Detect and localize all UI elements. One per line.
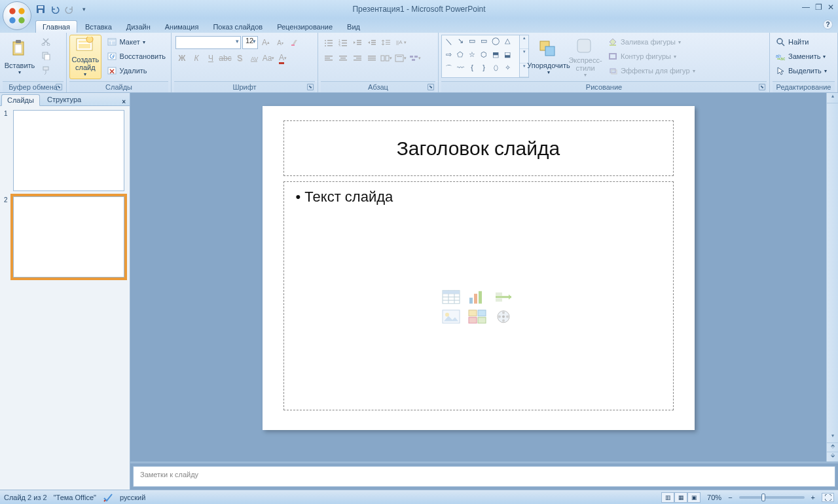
shadow-text-icon[interactable]: S (233, 52, 246, 65)
help-button[interactable]: ? (823, 20, 833, 29)
svg-rect-52 (339, 56, 347, 57)
svg-rect-22 (112, 41, 115, 45)
increase-indent-icon[interactable] (365, 36, 378, 49)
italic-icon[interactable]: К (190, 52, 203, 65)
maximize-button[interactable]: ❐ (815, 3, 822, 12)
numbering-icon[interactable]: 123 (337, 36, 350, 49)
cut-icon[interactable] (39, 35, 52, 48)
align-left-icon[interactable] (322, 52, 335, 65)
slide-thumbnail-2[interactable]: 2 (4, 196, 126, 278)
svg-point-94 (506, 315, 509, 318)
change-case-icon[interactable]: Aa▾ (262, 52, 275, 65)
layout-button[interactable]: Макет ▾ (104, 35, 168, 49)
shape-fill-button[interactable]: Заливка фигуры ▾ (605, 35, 698, 49)
grow-font-icon[interactable]: A▴ (259, 36, 272, 49)
slideshow-view-button[interactable]: ▣ (687, 492, 701, 503)
align-center-icon[interactable] (337, 52, 350, 65)
normal-view-button[interactable]: ▥ (661, 492, 674, 503)
insert-clipart-icon (467, 308, 488, 325)
slide-thumbnail-1[interactable]: 1 (4, 110, 126, 191)
group-clipboard-label: Буфер обмена⬊ (3, 81, 64, 92)
zoom-slider[interactable] (739, 496, 805, 499)
title-placeholder[interactable]: Заголовок слайда (283, 120, 674, 176)
svg-rect-21 (109, 41, 111, 45)
underline-icon[interactable]: Ч (204, 52, 217, 65)
justify-icon[interactable] (365, 52, 378, 65)
quick-styles-button[interactable]: Экспресс-стили▾ (568, 35, 602, 79)
bold-icon[interactable]: Ж (175, 52, 189, 65)
shape-effects-button[interactable]: Эффекты для фигур ▾ (605, 63, 698, 78)
paste-button[interactable]: Вставить▾ (3, 35, 37, 79)
svg-rect-89 (469, 317, 477, 323)
notes-splitter[interactable] (130, 461, 838, 463)
qat-dropdown-icon[interactable]: ▾ (79, 4, 89, 14)
tab-slideshow[interactable]: Показ слайдов (206, 21, 269, 33)
paragraph-dialog-launcher[interactable]: ⬊ (428, 84, 434, 90)
zoom-in-button[interactable]: + (811, 494, 815, 501)
office-button[interactable] (3, 1, 31, 30)
svg-rect-53 (340, 58, 346, 59)
arrange-button[interactable]: Упорядочить▾ (532, 35, 566, 79)
columns-icon[interactable]: ▾ (380, 52, 393, 65)
shape-outline-button[interactable]: Контур фигуры ▾ (605, 49, 698, 63)
drawing-dialog-launcher[interactable]: ⬊ (759, 84, 765, 90)
new-slide-button[interactable]: Создать слайд▾ (69, 35, 101, 79)
redo-icon[interactable] (64, 4, 75, 14)
zoom-out-button[interactable]: − (728, 494, 732, 501)
tab-animation[interactable]: Анимация (158, 21, 206, 33)
tab-insert[interactable]: Вставка (79, 21, 118, 33)
svg-rect-6 (39, 10, 43, 13)
tab-view[interactable]: Вид (340, 21, 367, 33)
undo-icon[interactable] (50, 4, 60, 14)
panel-tab-outline[interactable]: Структура (41, 94, 87, 105)
sorter-view-button[interactable]: ▦ (674, 492, 687, 503)
svg-rect-66 (414, 56, 418, 58)
align-right-icon[interactable] (351, 52, 364, 65)
group-font-label: Шрифт⬊ (174, 81, 315, 92)
tab-review[interactable]: Рецензирование (270, 21, 339, 33)
shrink-font-icon[interactable]: A▾ (274, 36, 287, 49)
line-spacing-icon[interactable] (380, 36, 393, 49)
zoom-level[interactable]: 70% (707, 494, 721, 501)
shapes-gallery[interactable]: ＼↘▭▭◯△ ⇨⬠☆⬡⬒⬓ ⌒〰{}⬯✧ (441, 35, 520, 78)
clipboard-dialog-launcher[interactable]: ⬊ (56, 84, 62, 90)
format-painter-icon[interactable] (39, 63, 52, 77)
vertical-scrollbar[interactable]: ▴▾ ⬘⬙ (826, 93, 838, 461)
replace-button[interactable]: abacЗаменить ▾ (773, 49, 829, 63)
minimize-button[interactable]: — (802, 3, 810, 12)
tab-home[interactable]: Главная (35, 20, 77, 33)
align-text-icon[interactable]: ▾ (394, 52, 407, 65)
svg-rect-30 (327, 43, 333, 44)
notes-pane[interactable]: Заметки к слайду (133, 466, 835, 487)
smartart-convert-icon[interactable]: ▾ (409, 52, 422, 65)
close-button[interactable]: ✕ (828, 3, 834, 12)
content-placeholder[interactable]: Текст слайда (283, 181, 674, 410)
decrease-indent-icon[interactable] (351, 36, 364, 49)
strikethrough-icon[interactable]: abc (219, 52, 232, 65)
font-family-combo[interactable] (175, 36, 241, 49)
panel-close-icon[interactable]: × (122, 98, 126, 105)
delete-slide-button[interactable]: Удалить (104, 63, 168, 78)
fit-window-button[interactable]: ⛶ (822, 493, 834, 502)
font-dialog-launcher[interactable]: ⬊ (307, 84, 314, 90)
status-language[interactable]: русский (120, 494, 145, 501)
font-color-icon[interactable]: A▾ (276, 52, 289, 65)
find-button[interactable]: Найти (773, 35, 829, 49)
clear-formatting-icon[interactable] (288, 36, 301, 49)
tab-design[interactable]: Дизайн (120, 21, 157, 33)
select-button[interactable]: Выделить ▾ (773, 63, 829, 78)
content-insert-icons[interactable] (441, 289, 517, 325)
svg-rect-28 (327, 40, 333, 41)
text-direction-icon[interactable]: ||A▾ (394, 36, 407, 49)
reset-button[interactable]: Восстановить (104, 49, 168, 63)
panel-tab-slides[interactable]: Слайды (1, 94, 40, 106)
font-size-combo[interactable]: 12 (242, 36, 258, 49)
svg-rect-14 (43, 67, 48, 70)
shapes-gallery-scroll[interactable]: ▴▾▾ (520, 35, 529, 78)
save-icon[interactable] (35, 4, 46, 14)
bullets-icon[interactable] (322, 36, 335, 49)
char-spacing-icon[interactable]: AV (247, 52, 261, 65)
copy-icon[interactable] (39, 49, 52, 62)
spellcheck-icon[interactable] (103, 493, 113, 502)
slide-canvas[interactable]: Заголовок слайда Текст слайда (263, 106, 695, 430)
